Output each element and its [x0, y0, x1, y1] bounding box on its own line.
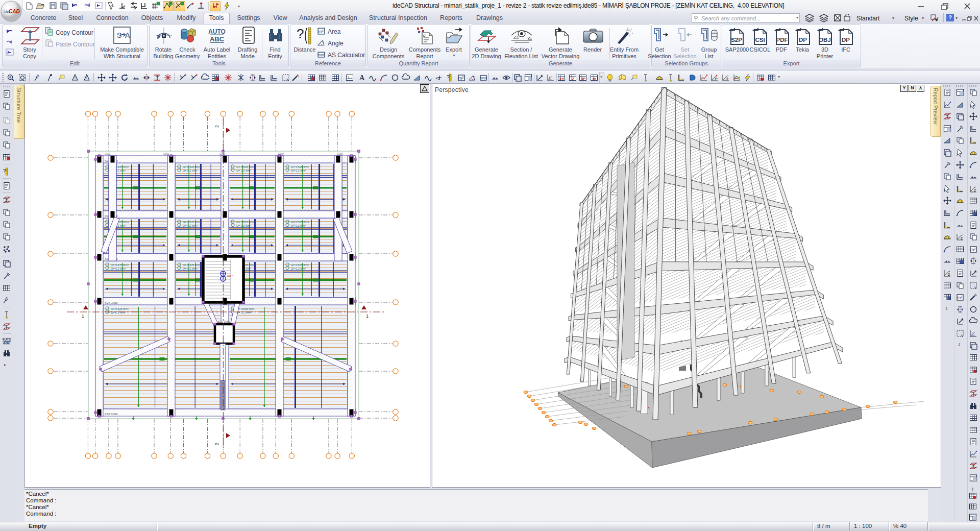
svg-text:K22 3050: K22 3050 [218, 320, 230, 323]
svg-text:PDF: PDF [776, 37, 788, 43]
svg-text:Q= 0.2 tf/m²: Q= 0.2 tf/m² [183, 169, 198, 172]
svg-text:G= 0.525 tf/m²: G= 0.525 tf/m² [183, 221, 201, 224]
svg-text:K04 3060: K04 3060 [105, 301, 118, 304]
svg-text:?: ? [323, 41, 325, 44]
svg-text:2: 2 [214, 443, 219, 445]
svg-text:m²: m² [957, 295, 963, 300]
svg-text:2: 2 [214, 125, 219, 128]
svg-text:G= 0.525 tf/m²: G= 0.525 tf/m² [291, 263, 309, 267]
svg-text:Q= 0.2 tf/m²: Q= 0.2 tf/m² [291, 169, 306, 172]
svg-text:?: ? [297, 26, 304, 41]
svg-text:ide: ide [4, 9, 9, 14]
svg-text:G= 0.525 tf/m²: G= 0.525 tf/m² [111, 307, 129, 310]
svg-text:DP: DP [842, 37, 850, 43]
svg-text:Q= 0.2 tf/m²: Q= 0.2 tf/m² [236, 169, 251, 172]
svg-text:m²: m² [458, 76, 464, 81]
svg-text:Q= 0.2 tf/m²: Q= 0.2 tf/m² [236, 311, 251, 314]
svg-text:DP: DP [799, 37, 807, 43]
svg-text:2: 2 [726, 77, 728, 81]
svg-text:Q= 0.2 tf/m²: Q= 0.2 tf/m² [236, 224, 251, 227]
svg-text:G= 0.525 tf/m²: G= 0.525 tf/m² [291, 221, 309, 224]
svg-text:C004: C004 [278, 153, 284, 155]
svg-text:OBJ: OBJ [819, 37, 831, 43]
svg-text:Q= 0.2 tf/m²: Q= 0.2 tf/m² [111, 311, 126, 314]
svg-text:CAD: CAD [9, 9, 20, 14]
svg-text:C002: C002 [163, 153, 169, 155]
svg-text:2: 2 [961, 236, 963, 240]
svg-text:C005: C005 [337, 153, 343, 155]
svg-text:Q= 0.2 tf/m²: Q= 0.2 tf/m² [291, 267, 306, 270]
svg-text:1: 1 [366, 313, 369, 319]
svg-text:G= 0.525 tf/m²: G= 0.525 tf/m² [291, 165, 309, 168]
svg-text:?: ? [473, 76, 475, 79]
svg-text:2: 2 [948, 273, 950, 276]
svg-text:mm²: mm² [317, 53, 325, 57]
svg-text:3P: 3P [581, 77, 585, 81]
svg-text:?: ? [447, 75, 450, 80]
svg-text:G= 0.525 tf/m²: G= 0.525 tf/m² [236, 307, 254, 310]
svg-text:P: P [715, 77, 718, 81]
svg-text:K05 3060: K05 3060 [105, 413, 118, 416]
svg-text:m²: m² [318, 29, 324, 34]
svg-text:AUTO: AUTO [3, 337, 11, 341]
svg-text:Q= 0.2 tf/m²: Q= 0.2 tf/m² [183, 224, 198, 227]
svg-text:S2P: S2P [731, 37, 742, 43]
svg-text:Z: Z [572, 77, 574, 81]
svg-text:G= 0.525 tf/m²: G= 0.525 tf/m² [183, 165, 201, 168]
svg-text:G= 0.525 tf/m²: G= 0.525 tf/m² [111, 263, 129, 267]
svg-text:G= 0.525 tf/m²: G= 0.525 tf/m² [183, 263, 201, 267]
svg-text:C001: C001 [105, 153, 111, 155]
svg-text:ABC: ABC [210, 35, 225, 43]
svg-text:ABC: ABC [3, 341, 10, 345]
svg-text:A: A [359, 74, 365, 82]
svg-text:G= 0.525 tf/m²: G= 0.525 tf/m² [236, 165, 254, 168]
svg-text:Q= 0.2 tf/m²: Q= 0.2 tf/m² [291, 224, 306, 227]
svg-text:2: 2 [974, 188, 976, 192]
svg-text:C003: C003 [219, 153, 226, 155]
svg-text:+2: +2 [435, 76, 440, 81]
svg-text:Q= 0.2 tf/m²: Q= 0.2 tf/m² [183, 267, 198, 270]
svg-text:G= 0.525 tf/m²: G= 0.525 tf/m² [236, 221, 254, 224]
svg-text:AUTO: AUTO [208, 28, 226, 35]
svg-text:kule?: kule? [227, 275, 233, 277]
svg-text:XY: XY [559, 77, 564, 81]
svg-text:Q= 0.2 tf/m²: Q= 0.2 tf/m² [111, 267, 126, 270]
svg-text:⊕: ⊕ [593, 77, 596, 81]
svg-text:CSI: CSI [755, 37, 765, 43]
svg-text:1: 1 [82, 313, 84, 319]
svg-text:m²: m² [970, 247, 976, 252]
svg-text:mm²: mm² [480, 76, 487, 80]
svg-text:A: A [125, 31, 130, 39]
svg-text:?: ? [3, 168, 6, 174]
